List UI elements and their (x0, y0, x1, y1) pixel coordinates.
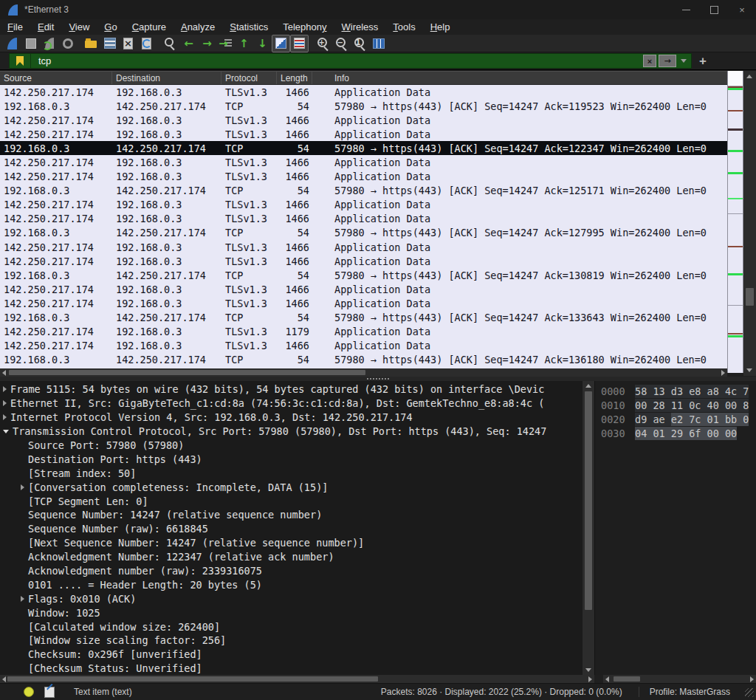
start-capture-button[interactable] (3, 35, 21, 52)
packet-row[interactable]: 192.168.0.3142.250.217.174TCP5457980 → h… (0, 353, 727, 367)
detail-line[interactable]: [Stream index: 50] (0, 466, 583, 480)
go-back-button[interactable]: ← (179, 35, 198, 52)
go-first-button[interactable]: ↑ (235, 35, 253, 52)
packet-row[interactable]: 192.168.0.3142.250.217.174TCP5457980 → h… (0, 184, 727, 198)
menu-edit[interactable]: Edit (30, 20, 61, 34)
detail-line[interactable]: Internet Protocol Version 4, Src: 192.16… (0, 411, 583, 425)
column-header-protocol[interactable]: Protocol (221, 72, 277, 84)
packet-row[interactable]: 142.250.217.174192.168.0.3TLSv1.31466App… (0, 339, 727, 353)
intelligent-scrollbar[interactable] (727, 71, 743, 373)
detail-line[interactable]: [Checksum Status: Unverified] (0, 662, 583, 675)
packet-row[interactable]: 192.168.0.3142.250.217.174TCP5457980 → h… (0, 268, 727, 282)
status-profile[interactable]: Profile: MasterGrass (639, 687, 730, 697)
bytes-hscrollbar[interactable] (603, 675, 756, 683)
packet-row[interactable]: 192.168.0.3142.250.217.174TCP5457980 → h… (0, 141, 727, 155)
expert-info-icon[interactable] (24, 687, 34, 697)
hex-row[interactable]: 0020d9 ae e2 7c 01 bb 0 (595, 412, 756, 426)
packet-row[interactable]: 142.250.217.174192.168.0.3TLSv1.31466App… (0, 254, 727, 268)
detail-line[interactable]: Checksum: 0x296f [unverified] (0, 648, 583, 662)
menu-wireless[interactable]: Wireless (334, 20, 386, 34)
packet-row[interactable]: 142.250.217.174192.168.0.3TLSv1.31466App… (0, 155, 727, 169)
menu-file[interactable]: File (0, 20, 30, 34)
close-file-button[interactable]: × (119, 35, 137, 52)
detail-line[interactable]: [Calculated window size: 262400] (0, 620, 583, 634)
packet-row[interactable]: 192.168.0.3142.250.217.174TCP5457980 → h… (0, 226, 727, 240)
expander-collapsed-icon[interactable] (3, 386, 7, 392)
packet-row[interactable]: 192.168.0.3142.250.217.174TCP5457980 → h… (0, 99, 727, 113)
scroll-right-icon[interactable] (750, 676, 754, 682)
expander-collapsed-icon[interactable] (3, 400, 7, 406)
hex-row[interactable]: 000058 13 d3 e8 a8 4c 7 (595, 384, 756, 398)
detail-line[interactable]: [Next Sequence Number: 14247 (relative s… (0, 536, 583, 550)
expander-expanded-icon[interactable] (3, 430, 9, 433)
scroll-down-icon[interactable] (585, 668, 591, 672)
scroll-left-icon[interactable] (2, 676, 6, 682)
menu-tools[interactable]: Tools (385, 20, 422, 34)
colorize-button[interactable] (272, 35, 290, 52)
zoom-reset-button[interactable]: 1 (351, 35, 369, 52)
auto-scroll-button[interactable] (290, 35, 309, 52)
packet-row[interactable]: 142.250.217.174192.168.0.3TLSv1.31466App… (0, 296, 727, 310)
find-packet-button[interactable] (161, 35, 179, 52)
filter-bookmark-button[interactable] (10, 54, 31, 68)
details-hscrollbar[interactable] (0, 675, 594, 683)
hex-row[interactable]: 001000 28 11 0c 40 00 8 (595, 398, 756, 412)
detail-line[interactable]: Source Port: 57980 (57980) (0, 439, 583, 453)
scroll-up-icon[interactable] (585, 384, 591, 388)
detail-line[interactable]: Sequence Number: 14247 (relative sequenc… (0, 508, 583, 522)
detail-line[interactable]: Ethernet II, Src: GigaByteTech_c1:cd:8a … (0, 397, 583, 411)
packet-row[interactable]: 142.250.217.174192.168.0.3TLSv1.31466App… (0, 240, 727, 254)
expander-collapsed-icon[interactable] (21, 484, 24, 490)
detail-line[interactable]: [TCP Segment Len: 0] (0, 494, 583, 508)
column-header-info[interactable]: Info (312, 72, 727, 84)
packet-row[interactable]: 142.250.217.174192.168.0.3TLSv1.31466App… (0, 198, 727, 212)
menu-capture[interactable]: Capture (125, 20, 173, 34)
resize-grip-icon[interactable] (745, 688, 754, 697)
details-hscroll-thumb[interactable] (7, 676, 378, 682)
reload-file-button[interactable] (137, 35, 156, 52)
display-filter-input[interactable]: tcp × → (9, 53, 692, 69)
filter-clear-button[interactable]: × (643, 55, 656, 67)
hex-row[interactable]: 003004 01 29 6f 00 00 (595, 426, 756, 440)
zoom-out-button[interactable]: − (332, 35, 351, 52)
packet-row[interactable]: 142.250.217.174192.168.0.3TLSv1.31466App… (0, 170, 727, 184)
detail-line[interactable]: Transmission Control Protocol, Src Port:… (0, 425, 583, 439)
stop-capture-button[interactable] (21, 35, 40, 52)
detail-line[interactable]: [Window size scaling factor: 256] (0, 634, 583, 648)
filter-apply-button[interactable]: → (659, 55, 676, 67)
column-header-destination[interactable]: Destination (112, 72, 221, 84)
minimize-button[interactable] (672, 0, 700, 19)
close-button[interactable]: × (728, 0, 756, 19)
zoom-in-button[interactable]: + (314, 35, 332, 52)
go-last-button[interactable]: ↓ (253, 35, 272, 52)
filter-add-button[interactable]: + (699, 55, 707, 67)
detail-line[interactable]: Destination Port: https (443) (0, 452, 583, 466)
packet-row[interactable]: 142.250.217.174192.168.0.3TLSv1.31466App… (0, 85, 727, 99)
detail-line[interactable]: Acknowledgment Number: 122347 (relative … (0, 550, 583, 564)
packet-row[interactable]: 142.250.217.174192.168.0.3TLSv1.31466App… (0, 282, 727, 296)
open-file-button[interactable] (82, 35, 100, 52)
menu-view[interactable]: View (61, 20, 97, 34)
menu-help[interactable]: Help (423, 20, 458, 34)
detail-line[interactable]: Frame 5115: 54 bytes on wire (432 bits),… (0, 382, 583, 397)
packet-list-vscroll-thumb[interactable] (746, 288, 754, 306)
detail-line[interactable]: Window: 1025 (0, 605, 583, 620)
packet-list-hscrollbar[interactable] (0, 368, 727, 377)
menu-analyze[interactable]: Analyze (173, 20, 222, 34)
packet-row[interactable]: 192.168.0.3142.250.217.174TCP5457980 → h… (0, 311, 727, 325)
packet-row[interactable]: 142.250.217.174192.168.0.3TLSv1.31466App… (0, 113, 727, 127)
menu-go[interactable]: Go (97, 20, 124, 34)
scroll-up-icon[interactable] (746, 75, 752, 78)
column-header-source[interactable]: Source (0, 72, 112, 84)
scroll-right-icon[interactable] (721, 370, 725, 376)
go-to-packet-button[interactable]: → (216, 35, 235, 52)
capture-comment-icon[interactable] (44, 687, 55, 698)
packet-row[interactable]: 142.250.217.174192.168.0.3TLSv1.31466App… (0, 127, 727, 141)
scroll-right-icon[interactable] (588, 676, 592, 682)
detail-line[interactable]: [Conversation completeness: Incomplete, … (0, 480, 583, 494)
maximize-button[interactable] (700, 0, 728, 19)
packet-row[interactable]: 142.250.217.174192.168.0.3TLSv1.31179App… (0, 325, 727, 339)
resize-columns-button[interactable] (369, 35, 388, 52)
bytes-hscroll-thumb[interactable] (614, 676, 640, 682)
menu-telephony[interactable]: Telephony (275, 20, 334, 34)
